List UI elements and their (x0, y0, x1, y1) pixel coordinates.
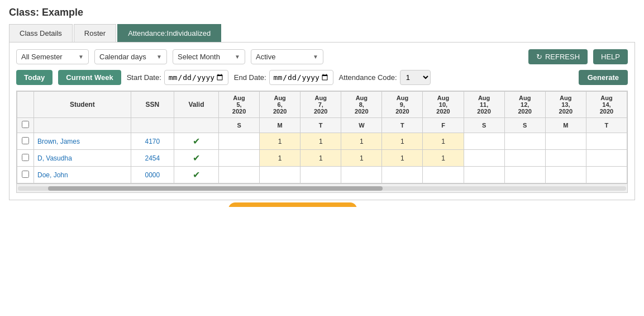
attendance-cell[interactable]: 1 (341, 133, 382, 150)
toolbar-row1: All Semester ▼ Calendar days ▼ Select Mo… (16, 49, 628, 64)
semester-label: All Semester (21, 53, 63, 61)
valid-cell: ✔ (174, 133, 219, 150)
tab-roster[interactable]: Roster (74, 24, 116, 42)
row-checkbox-cell (17, 150, 34, 167)
th-checkbox (17, 92, 34, 118)
tab-class-details[interactable]: Class Details (9, 24, 73, 42)
attendance-cell[interactable] (219, 133, 260, 150)
table-section: The attendance code will populate the da… (16, 91, 628, 193)
tabs-container: Class Details Roster Attendance:Individu… (9, 24, 635, 42)
attendance-cell[interactable]: 1 (300, 150, 341, 167)
attendance-cell[interactable] (423, 167, 464, 183)
th-dow-m2: M (545, 118, 586, 133)
semester-dropdown[interactable]: All Semester ▼ (16, 49, 89, 64)
table-header-dow: S M T W T F S S M T (17, 118, 627, 133)
generate-button[interactable]: Generate (579, 70, 628, 85)
th-dow-check (17, 118, 34, 133)
attendance-cell[interactable] (545, 167, 586, 183)
th-dow-student (34, 118, 131, 133)
start-date-label: Start Date: (127, 73, 161, 82)
student-name-cell[interactable]: Brown, James (34, 133, 131, 150)
th-student: Student (34, 92, 131, 118)
th-aug8: Aug8,2020 (341, 92, 382, 118)
active-label: Active (256, 53, 275, 61)
attendance-cell[interactable] (586, 167, 627, 183)
th-dow-t2: T (382, 118, 423, 133)
row-checkbox-cell (17, 167, 34, 183)
attendance-cell[interactable] (545, 133, 586, 150)
attendance-cell[interactable] (341, 167, 382, 183)
start-date-input[interactable] (164, 70, 228, 85)
attendance-cell[interactable]: 1 (260, 133, 300, 150)
attendance-cell[interactable] (586, 150, 627, 167)
ssn-cell[interactable]: 2454 (131, 150, 174, 167)
student-name-cell[interactable]: Doe, John (34, 167, 131, 183)
attendance-cell[interactable] (382, 167, 423, 183)
row-checkbox-cell (17, 133, 34, 150)
attendance-cell[interactable]: 1 (382, 133, 423, 150)
attendance-cell[interactable]: 1 (423, 133, 464, 150)
refresh-button[interactable]: ↻ REFRESH (528, 49, 588, 64)
start-date-group: Start Date: (127, 70, 228, 85)
attendance-cell[interactable] (545, 150, 586, 167)
row-checkbox[interactable] (22, 154, 29, 161)
attendance-cell[interactable] (219, 150, 260, 167)
attendance-cell[interactable] (586, 133, 627, 150)
attendance-cell[interactable] (464, 133, 504, 150)
th-aug11: Aug11,2020 (464, 92, 504, 118)
tab-attendance[interactable]: Attendance:Individualized (117, 24, 221, 42)
th-dow-f1: F (423, 118, 464, 133)
th-aug9: Aug9,2020 (382, 92, 423, 118)
row-checkbox[interactable] (22, 171, 29, 178)
th-dow-valid (174, 118, 219, 133)
tooltip-bubble: The attendance code will populate the da… (228, 202, 357, 207)
attendance-cell[interactable] (464, 150, 504, 167)
attendance-cell[interactable] (300, 167, 341, 183)
th-dow-s3: S (504, 118, 545, 133)
th-aug12: Aug12,2020 (504, 92, 545, 118)
table-header-dates: Student SSN Valid Aug5,2020 Aug6,2020 Au… (17, 92, 627, 118)
attendance-cell[interactable]: 1 (300, 133, 341, 150)
row-checkbox[interactable] (22, 137, 29, 144)
refresh-icon: ↻ (536, 53, 542, 61)
current-week-button[interactable]: Current Week (58, 70, 121, 85)
valid-cell: ✔ (174, 167, 219, 183)
table-row: Doe, John 0000 ✔ (17, 167, 627, 183)
horizontal-scrollbar[interactable] (17, 183, 627, 192)
attendance-cell[interactable] (504, 133, 545, 150)
end-date-input[interactable] (269, 70, 333, 85)
end-date-group: End Date: (234, 70, 333, 85)
attendance-code-group: Attendance Code: 1 2 3 (339, 70, 431, 85)
today-button[interactable]: Today (16, 70, 53, 85)
student-name-cell[interactable]: D, Vasudha (34, 150, 131, 167)
attendance-cell[interactable]: 1 (341, 150, 382, 167)
help-button[interactable]: HELP (593, 49, 628, 64)
scrollbar-thumb[interactable] (48, 186, 383, 191)
th-aug7: Aug7,2020 (300, 92, 341, 118)
select-all-checkbox[interactable] (22, 121, 29, 128)
attendance-cell[interactable] (504, 167, 545, 183)
attendance-cell[interactable] (260, 167, 300, 183)
th-dow-w1: W (341, 118, 382, 133)
calendar-dropdown[interactable]: Calendar days ▼ (94, 49, 167, 64)
ssn-cell[interactable]: 4170 (131, 133, 174, 150)
th-aug13: Aug13,2020 (545, 92, 586, 118)
attendance-cell[interactable] (464, 167, 504, 183)
attendance-cell[interactable]: 1 (382, 150, 423, 167)
end-date-label: End Date: (234, 73, 266, 82)
active-dropdown[interactable]: Active ▼ (251, 49, 323, 64)
attendance-table: Student SSN Valid Aug5,2020 Aug6,2020 Au… (17, 91, 627, 183)
attendance-code-select[interactable]: 1 2 3 (400, 70, 431, 85)
calendar-chevron-icon: ▼ (156, 54, 162, 60)
calendar-label: Calendar days (99, 53, 146, 61)
attendance-cell[interactable] (504, 150, 545, 167)
attendance-cell[interactable]: 1 (423, 150, 464, 167)
month-dropdown[interactable]: Select Month ▼ (173, 49, 245, 64)
page-title: Class: Example (9, 7, 635, 18)
th-dow-s2: S (464, 118, 504, 133)
attendance-cell[interactable]: 1 (260, 150, 300, 167)
ssn-cell[interactable]: 0000 (131, 167, 174, 183)
th-valid: Valid (174, 92, 219, 118)
attendance-cell[interactable] (219, 167, 260, 183)
toolbar-row2: Today Current Week Start Date: End Date:… (16, 70, 628, 85)
